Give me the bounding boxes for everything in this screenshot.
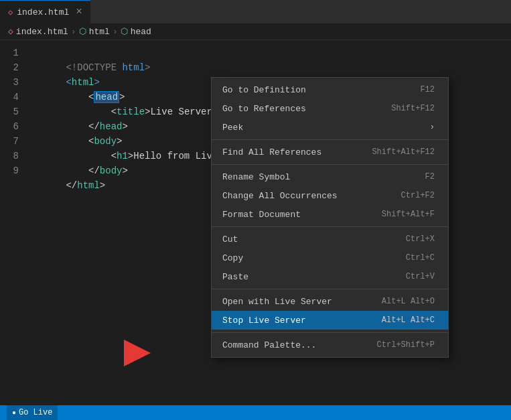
breadcrumb-separator-2: › — [113, 27, 118, 37]
line-num-1: 1 — [0, 46, 19, 60]
peek-submenu-arrow: › — [430, 123, 435, 132]
menu-shortcut-format-document: Shift+Alt+F — [382, 210, 435, 219]
menu-shortcut-go-to-definition: F12 — [420, 85, 435, 94]
menu-shortcut-stop-live-server: Alt+L Alt+C — [382, 316, 435, 325]
breadcrumb-head-label: head — [131, 27, 151, 37]
breadcrumb-html-label: html — [89, 27, 110, 37]
menu-item-go-to-references[interactable]: Go to References Shift+F12 — [212, 99, 448, 118]
line-num-9: 9 — [0, 163, 19, 178]
context-menu: Go to Definition F12 Go to References Sh… — [211, 77, 449, 358]
menu-item-change-all-occurrences[interactable]: Change All Occurrences Ctrl+F2 — [212, 186, 448, 205]
menu-item-go-to-definition[interactable]: Go to Definition F12 — [212, 80, 448, 99]
menu-label-command-palette: Command Palette... — [222, 340, 316, 350]
line-num-5: 5 — [0, 104, 19, 119]
line-num-8: 8 — [0, 149, 19, 163]
breadcrumb-html[interactable]: ⬡ html — [79, 26, 110, 37]
menu-item-copy[interactable]: Copy Ctrl+C — [212, 249, 448, 267]
status-bar: ● Go Live — [0, 405, 511, 420]
html-open-tag: < — [66, 77, 71, 88]
doctype-token: <!DOCTYPE — [66, 62, 122, 73]
menu-item-find-all-references[interactable]: Find All References Shift+Alt+F12 — [212, 143, 448, 161]
tab-bar: ◇ index.html × — [0, 0, 511, 23]
line-num-2: 2 — [0, 60, 19, 75]
menu-label-peek: Peek — [222, 123, 243, 133]
menu-item-paste[interactable]: Paste Ctrl+V — [212, 267, 448, 286]
line-num-6: 6 — [0, 119, 19, 134]
menu-label-paste: Paste — [222, 272, 248, 282]
menu-item-peek[interactable]: Peek › — [212, 118, 448, 137]
menu-label-go-to-references: Go to References — [222, 104, 306, 114]
menu-label-open-live-server: Open with Live Server — [222, 297, 332, 307]
html-element-icon: ⬡ — [79, 26, 86, 37]
line-num-4: 4 — [0, 90, 19, 104]
head-element-icon: ⬡ — [121, 26, 128, 37]
menu-label-cut: Cut — [222, 234, 238, 244]
separator-5 — [212, 332, 448, 333]
tab-index-html[interactable]: ◇ index.html × — [0, 0, 90, 23]
breadcrumb-filename: index.html — [16, 27, 68, 37]
menu-shortcut-rename-symbol: F2 — [425, 172, 435, 182]
menu-item-open-live-server[interactable]: Open with Live Server Alt+L Alt+O — [212, 292, 448, 311]
tab-close-button[interactable]: × — [76, 6, 82, 18]
file-icon: ◇ — [8, 7, 13, 17]
menu-item-command-palette[interactable]: Command Palette... Ctrl+Shift+P — [212, 336, 448, 354]
live-server-status[interactable]: ● Go Live — [7, 405, 58, 420]
line-num-3: 3 — [0, 75, 19, 90]
breadcrumb-file-icon: ◇ — [8, 26, 13, 37]
menu-item-cut[interactable]: Cut Ctrl+X — [212, 230, 448, 249]
menu-item-format-document[interactable]: Format Document Shift+Alt+F — [212, 205, 448, 224]
separator-3 — [212, 226, 448, 227]
menu-shortcut-paste: Ctrl+V — [406, 272, 435, 281]
menu-label-go-to-definition: Go to Definition — [222, 85, 306, 95]
menu-shortcut-change-all-occurrences: Ctrl+F2 — [401, 191, 435, 200]
breadcrumb: ◇ index.html › ⬡ html › ⬡ head — [0, 23, 511, 40]
menu-shortcut-find-all-references: Shift+Alt+F12 — [372, 147, 435, 157]
menu-shortcut-cut: Ctrl+X — [406, 234, 435, 244]
menu-item-rename-symbol[interactable]: Rename Symbol F2 — [212, 167, 448, 186]
menu-shortcut-command-palette: Ctrl+Shift+P — [377, 340, 435, 350]
menu-shortcut-go-to-references: Shift+F12 — [391, 104, 435, 113]
menu-shortcut-open-live-server: Alt+L Alt+O — [382, 297, 435, 306]
line-num-7: 7 — [0, 134, 19, 149]
breadcrumb-head[interactable]: ⬡ head — [121, 26, 151, 37]
breadcrumb-file[interactable]: index.html — [16, 27, 68, 37]
line-numbers: 1 2 3 4 5 6 7 8 9 — [0, 40, 27, 405]
separator-4 — [212, 289, 448, 289]
live-server-circle: ● — [12, 409, 16, 417]
menu-label-change-all-occurrences: Change All Occurrences — [222, 191, 338, 201]
menu-label-rename-symbol: Rename Symbol — [222, 172, 290, 182]
menu-label-find-all-references: Find All References — [222, 147, 321, 157]
menu-item-stop-live-server[interactable]: Stop Live Server Alt+L Alt+C — [212, 311, 448, 330]
breadcrumb-separator-1: › — [71, 27, 76, 37]
separator-1 — [212, 139, 448, 140]
live-server-label: Go Live — [19, 408, 52, 417]
separator-2 — [212, 164, 448, 165]
tab-label: index.html — [17, 7, 69, 17]
code-line-1: <!DOCTYPE html> — [32, 46, 511, 60]
head-highlight: head — [94, 91, 119, 103]
menu-shortcut-copy: Ctrl+C — [406, 253, 435, 263]
html-keyword: html — [122, 62, 145, 73]
menu-label-format-document: Format Document — [222, 210, 301, 220]
menu-label-copy: Copy — [222, 253, 243, 263]
menu-label-stop-live-server: Stop Live Server — [222, 316, 306, 326]
